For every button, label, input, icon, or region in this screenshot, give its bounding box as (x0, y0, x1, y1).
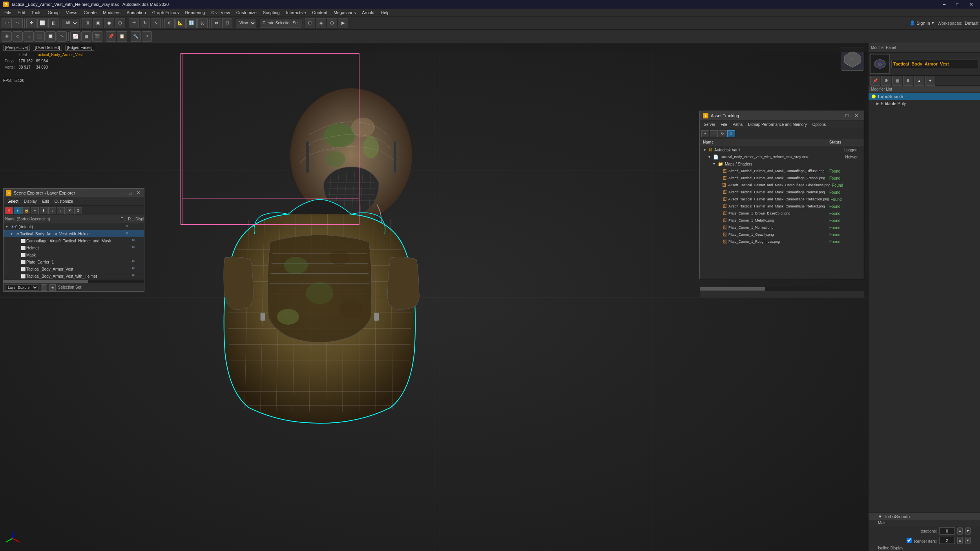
motion-button[interactable]: 🎬 (92, 31, 102, 42)
se-add-layer-button[interactable]: + (31, 207, 39, 214)
create-selection-set-button[interactable]: Create Selection Set (260, 19, 301, 27)
sign-in-dropdown-arrow[interactable]: ▾ (932, 20, 934, 25)
object-name-input[interactable] (891, 60, 978, 68)
menu-item-megascans[interactable]: Megascans (331, 9, 358, 16)
at-add-button[interactable]: + (701, 130, 709, 137)
render-iters-up[interactable]: ▲ (957, 537, 963, 544)
move-up-button[interactable]: ▲ (914, 76, 924, 86)
menu-item-interactive[interactable]: Interactive (283, 9, 309, 16)
select-by-name-button[interactable]: ⊞ (82, 18, 92, 28)
se-row-plate-carrier[interactable]: ⬜ Plate_Carrier_1 ❄ (4, 258, 144, 265)
modifier-item-turbosmooth[interactable]: TurboSmooth (869, 93, 980, 100)
scene-explorer-scrollbar[interactable] (4, 280, 144, 283)
se-row-tactical-vest[interactable]: ⬜ Tactical_Body_Armor_Vest ❄ (4, 265, 144, 273)
angle-snap-button[interactable]: 🔢 (186, 18, 197, 28)
at-menu-paths[interactable]: Paths (730, 122, 745, 127)
close-button[interactable]: ✕ (965, 0, 977, 9)
se-lock-button[interactable]: 🔒 (22, 207, 30, 214)
viewport-edged-label[interactable]: [Edged Faces] (65, 45, 94, 51)
se-row-default[interactable]: ▼ 👁 0 (default) ❄ (4, 223, 144, 230)
scrollbar-thumb[interactable] (700, 287, 765, 291)
se-close-button[interactable]: ✕ (135, 189, 142, 196)
turbosmooth-collapse-arrow[interactable]: ▼ (878, 514, 882, 519)
se-sort-button[interactable]: ↕ (48, 207, 56, 214)
at-row-img-6[interactable]: 🖼 Airsoft_Tactical_Helmet_and_Mask_Camou… (700, 203, 864, 210)
at-row-img-1[interactable]: 🖼 Airsoft_Tactical_Helmet_and_Mask_Camou… (700, 167, 864, 175)
render-iters-spinbox[interactable] (939, 537, 955, 544)
pin-modifier-button[interactable]: 📌 (870, 76, 880, 86)
at-row-img-4[interactable]: 🖼 Airsoft_Tactical_Helmet_and_Mask_Camou… (700, 189, 864, 196)
se-filter-button[interactable]: ▼ (14, 207, 22, 214)
at-row-img-7[interactable]: 🖼 Plate_Carrier_1_Brown_BaseColor.png Fo… (700, 210, 864, 217)
lights-button[interactable]: ☼ (24, 31, 34, 42)
at-row-img-9[interactable]: 🖼 Plate_Carrier_1_Normal.png Found (700, 224, 864, 231)
asset-tracking-scrollbar[interactable] (700, 287, 864, 291)
delete-modifier-button[interactable]: 🗑 (903, 76, 913, 86)
help-button[interactable]: ? (142, 31, 152, 42)
schematic-view-button[interactable]: ⊞ (305, 18, 315, 28)
window-crossing-button[interactable]: ◧ (48, 18, 58, 28)
reference-coord-button[interactable]: ⊕ (164, 18, 175, 28)
at-menu-bitmap[interactable]: Bitmap Performance and Memory (746, 122, 809, 127)
circ-select-button[interactable]: ◉ (104, 18, 114, 28)
utilities-button[interactable]: 🔧 (131, 31, 141, 42)
at-table-view-button[interactable]: ⊞ (727, 130, 735, 137)
shapes-button[interactable]: ◇ (13, 31, 23, 42)
menu-item-group[interactable]: Group (45, 9, 62, 16)
se-row-helmet[interactable]: ⬜ Helmet ❄ (4, 244, 144, 251)
minimize-button[interactable]: − (938, 0, 950, 9)
render-iters-down[interactable]: ▼ (965, 537, 971, 544)
at-menu-file[interactable]: File (718, 122, 729, 127)
se-row-tactical-vest-helmet[interactable]: ⬜ Tactical_Body_Armor_Vest_with_Helmet ❄ (4, 273, 144, 280)
mirror-button[interactable]: ⇔ (211, 18, 221, 28)
menu-item-help[interactable]: Help (378, 9, 392, 16)
title-bar-controls[interactable]: − □ ✕ (938, 0, 977, 9)
at-menu-server[interactable]: Server (701, 122, 717, 127)
curve-editor-button[interactable]: 📈 (70, 31, 80, 42)
se-sort-desc-button[interactable]: ↕ (57, 207, 65, 214)
menu-item-file[interactable]: File (2, 9, 14, 16)
at-remove-button[interactable]: − (710, 130, 718, 137)
percent-snap-button[interactable]: % (197, 18, 208, 28)
at-refresh-button[interactable]: ↻ (719, 130, 726, 137)
maximize-button[interactable]: □ (952, 0, 964, 9)
move-button[interactable]: ✛ (129, 18, 139, 28)
menu-item-views[interactable]: Views (63, 9, 80, 16)
at-row-maps-folder[interactable]: ▼ 📁 Maps / Shaders (700, 160, 864, 167)
at-minimize-button[interactable]: □ (843, 111, 851, 120)
at-row-img-8[interactable]: 🖼 Plate_Carrier_1_Metallic.png Found (700, 217, 864, 224)
select-object-button[interactable]: ✤ (26, 18, 36, 28)
menu-item-content[interactable]: Content (309, 9, 330, 16)
se-menu-edit[interactable]: Edit (40, 198, 51, 204)
viewport-perspective-label[interactable]: [Perspective] (3, 45, 30, 51)
pin-button[interactable]: 📌 (106, 31, 116, 42)
se-row-camo[interactable]: ⬜ Camouflage_Airsoft_Tactical_Helmet_and… (4, 237, 144, 244)
select-filter-dropdown[interactable]: All (62, 19, 78, 27)
redo-button[interactable]: ↪ (13, 18, 23, 28)
se-footer-icon-btn[interactable]: ⬛ (41, 284, 47, 291)
move-down-button[interactable]: ▼ (925, 76, 935, 86)
iterations-up[interactable]: ▲ (957, 527, 963, 535)
helpers-button[interactable]: 🔲 (46, 31, 56, 42)
snap-toggle-button[interactable]: 📐 (175, 18, 186, 28)
se-settings-button[interactable]: ⚙ (74, 207, 82, 214)
spacewarps-button[interactable]: 〜 (57, 31, 67, 42)
at-row-vault[interactable]: ▼ 🏛 Autodesk Vault Logged... (700, 146, 864, 153)
menu-item-arnold[interactable]: Arnold (359, 9, 377, 16)
render-iters-checkbox[interactable] (907, 538, 912, 543)
menu-item-rendering[interactable]: Rendering (182, 9, 208, 16)
render-button[interactable]: ▶ (338, 18, 348, 28)
show-all-subtrees-button[interactable]: ▤ (892, 76, 902, 86)
se-close-x-button[interactable]: ✕ (5, 207, 13, 214)
at-menu-options[interactable]: Options (810, 122, 828, 127)
at-row-img-10[interactable]: 🖼 Plate_Carrier_1_Opacity.png Found (700, 231, 864, 238)
explorer-type-dropdown[interactable]: Layer Explorer (5, 284, 38, 291)
at-close-button[interactable]: ✕ (852, 111, 861, 120)
modifier-item-editable-poly[interactable]: ▶ Editable Poly (869, 100, 980, 107)
se-menu-customize[interactable]: Customize (52, 198, 75, 204)
layer-button[interactable]: 📋 (117, 31, 127, 42)
menu-item-tools[interactable]: Tools (29, 9, 44, 16)
at-row-max-file[interactable]: ▼ 📄 Tactical_Body_Armor_Vest_with_Helmet… (700, 153, 864, 160)
render-setup-button[interactable]: ⬡ (327, 18, 337, 28)
sign-in-button[interactable]: Sign In (917, 21, 930, 25)
